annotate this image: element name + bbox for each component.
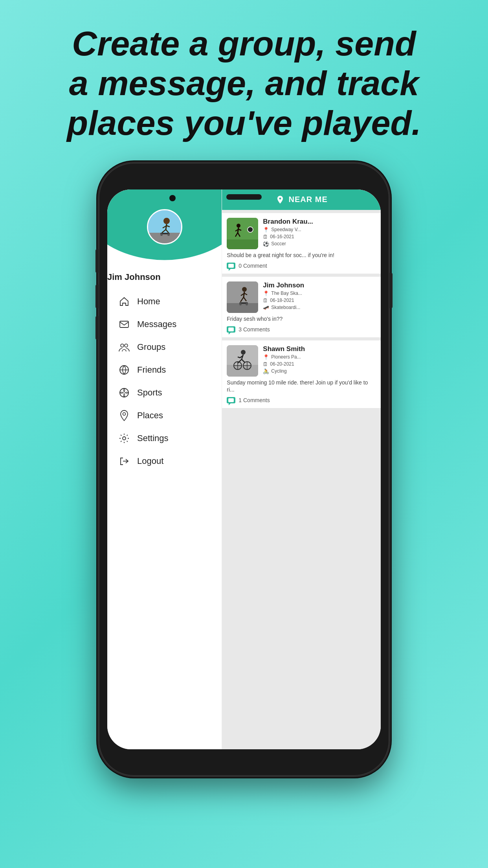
nav-menu: Home Messages <box>107 286 222 476</box>
phone-camera <box>169 195 176 201</box>
friends-icon <box>118 364 130 376</box>
posts-list: Brandon Krau... 📍 Speedway V... 🗓 06-16-… <box>222 210 381 749</box>
groups-label: Groups <box>137 342 165 352</box>
post-date-1: 06-16-2021 <box>270 234 294 239</box>
svg-rect-31 <box>227 303 258 313</box>
location-pin-icon <box>275 195 285 204</box>
svg-rect-29 <box>228 264 234 268</box>
messages-label: Messages <box>137 319 176 329</box>
svg-rect-11 <box>120 321 128 327</box>
places-icon <box>118 410 130 421</box>
comment-count-3: 1 Comments <box>238 397 270 403</box>
post-card-3: Shawn Smith 📍 Pioneers Pa... 🗓 06-20-202… <box>222 340 381 408</box>
svg-point-32 <box>242 287 247 292</box>
sport-meta-icon-1: ⚽ <box>263 241 269 247</box>
svg-point-39 <box>239 303 242 305</box>
svg-point-12 <box>121 344 124 347</box>
settings-icon <box>118 432 130 444</box>
svg-line-3 <box>166 224 167 230</box>
post-body-1: Should be a great night for soc... if yo… <box>227 252 376 259</box>
svg-line-33 <box>244 292 244 297</box>
places-label: Places <box>137 410 163 421</box>
sidebar-item-messages[interactable]: Messages <box>107 313 222 336</box>
sidebar-item-settings[interactable]: Settings <box>107 427 222 450</box>
svg-rect-51 <box>228 398 234 402</box>
svg-point-16 <box>120 388 128 397</box>
location-meta-icon-3: 📍 <box>263 354 269 360</box>
svg-point-2 <box>163 218 170 224</box>
date-meta-icon-1: 🗓 <box>263 234 268 240</box>
groups-icon <box>118 341 130 353</box>
phone-screen: Jim Johnson Home <box>107 189 381 749</box>
post-card-1: Brandon Krau... 📍 Speedway V... 🗓 06-16-… <box>222 213 381 274</box>
post-body-3: Sunday morning 10 mile ride. there! Join… <box>227 379 376 393</box>
sidebar: Jim Johnson Home <box>107 189 222 749</box>
sport-meta-icon-2: 🛹 <box>263 305 269 311</box>
svg-point-44 <box>241 350 246 355</box>
svg-rect-21 <box>227 239 258 249</box>
sidebar-header <box>107 189 222 260</box>
phone-speaker <box>226 194 262 200</box>
svg-point-13 <box>125 344 128 347</box>
svg-point-18 <box>123 437 126 440</box>
settings-label: Settings <box>137 433 169 443</box>
post-author-1: Brandon Krau... <box>263 218 376 226</box>
sports-label: Sports <box>137 388 162 398</box>
comment-count-1: 0 Comment <box>238 263 267 269</box>
post-author-2: Jim Johnson <box>263 281 376 289</box>
location-meta-icon-1: 📍 <box>263 227 269 233</box>
post-sport-3: Cycling <box>271 368 286 374</box>
near-me-label: NEAR ME <box>289 195 328 204</box>
date-meta-icon-3: 🗓 <box>263 361 268 367</box>
svg-point-40 <box>246 303 248 305</box>
svg-point-22 <box>248 227 253 232</box>
friends-label: Friends <box>137 365 166 375</box>
messages-icon <box>118 318 130 330</box>
home-icon <box>118 296 130 307</box>
logout-icon <box>118 455 130 467</box>
sidebar-item-friends[interactable]: Friends <box>107 359 222 381</box>
comment-icon-3 <box>227 397 235 403</box>
svg-point-10 <box>167 234 170 236</box>
post-date-2: 06-18-2021 <box>270 298 294 303</box>
post-body-2: Friday sesh who's in?? <box>227 315 376 322</box>
date-meta-icon-2: 🗓 <box>263 298 268 303</box>
post-image-3 <box>227 345 258 377</box>
svg-rect-43 <box>227 365 258 377</box>
post-location-2: The Bay Ska... <box>271 291 302 296</box>
svg-rect-41 <box>228 327 234 331</box>
svg-point-17 <box>123 412 126 415</box>
post-sport-1: Soccer <box>271 241 286 246</box>
near-me-bar: NEAR ME <box>222 189 381 210</box>
comment-count-2: 3 Comments <box>238 326 270 333</box>
home-label: Home <box>137 296 160 307</box>
sidebar-item-places[interactable]: Places <box>107 404 222 427</box>
sidebar-item-home[interactable]: Home <box>107 290 222 313</box>
headline: Create a group, send a message, and trac… <box>28 0 460 159</box>
sports-icon <box>118 387 130 399</box>
sidebar-item-groups[interactable]: Groups <box>107 336 222 359</box>
location-meta-icon-2: 📍 <box>263 291 269 296</box>
post-image-2 <box>227 281 258 313</box>
post-image-1 <box>227 218 258 249</box>
main-content: NEAR ME <box>222 189 381 749</box>
svg-rect-1 <box>147 233 182 245</box>
avatar <box>147 209 182 245</box>
logout-label: Logout <box>137 456 163 466</box>
user-name: Jim Johnson <box>107 272 161 286</box>
svg-point-9 <box>160 234 163 236</box>
phone-wrapper: Jim Johnson Home <box>99 163 389 776</box>
post-author-3: Shawn Smith <box>263 345 376 353</box>
comment-icon-1 <box>227 263 235 269</box>
comment-icon-2 <box>227 326 235 333</box>
post-location-1: Speedway V... <box>271 227 301 232</box>
sidebar-item-logout[interactable]: Logout <box>107 450 222 473</box>
sidebar-item-sports[interactable]: Sports <box>107 381 222 404</box>
post-location-3: Pioneers Pa... <box>271 354 301 360</box>
post-date-3: 06-20-2021 <box>270 361 294 367</box>
post-sport-2: Skateboardi... <box>271 305 300 310</box>
post-card-2: Jim Johnson 📍 The Bay Ska... 🗓 06-18-202… <box>222 277 381 337</box>
sport-meta-icon-3: 🚴 <box>263 368 269 374</box>
svg-point-23 <box>237 224 240 228</box>
